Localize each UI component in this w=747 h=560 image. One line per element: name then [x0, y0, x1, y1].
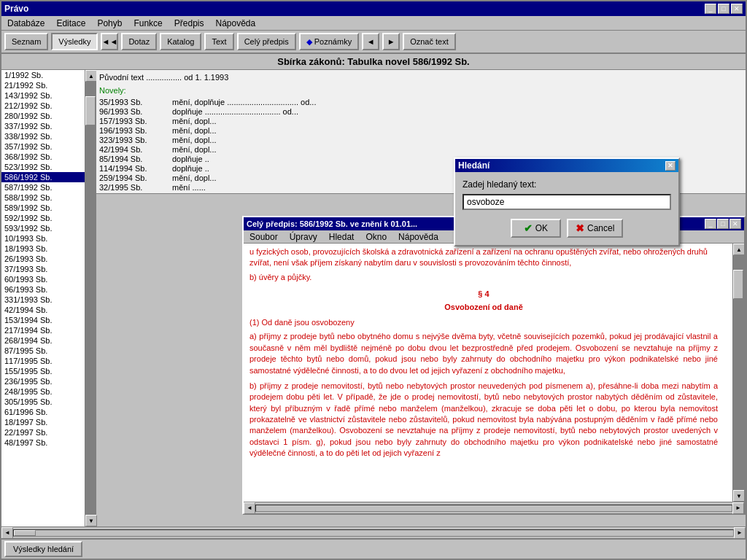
list-item[interactable]: 87/1995 Sb.: [1, 346, 85, 356]
list-item[interactable]: 217/1994 Sb.: [1, 325, 85, 335]
sub-h-scrollbar: ◄ ►: [244, 502, 744, 513]
menu-funkce[interactable]: Funkce: [131, 18, 165, 29]
list-item[interactable]: 368/1992 Sb.: [1, 152, 85, 162]
list-item[interactable]: 153/1994 Sb.: [1, 315, 85, 325]
ok-button[interactable]: ✔ OK: [511, 219, 561, 238]
sub-window: Celý předpis: 586/1992 Sb. ve znění k 01…: [242, 216, 746, 515]
list-item[interactable]: 10/1993 Sb.: [1, 233, 85, 244]
left-list: 1/1992 Sb.21/1992 Sb.143/1992 Sb.212/199…: [1, 70, 85, 526]
vysledky-hledani-button[interactable]: Výsledky hledání: [4, 541, 82, 557]
sub-h-scroll-right[interactable]: ►: [732, 502, 744, 514]
sub-scroll-down[interactable]: ▼: [733, 490, 744, 502]
sub-scroll-up[interactable]: ▲: [733, 244, 744, 255]
close-button[interactable]: ✕: [731, 4, 743, 14]
list-item[interactable]: 18/1997 Sb.: [1, 417, 85, 427]
list-item[interactable]: 338/1992 Sb.: [1, 131, 85, 141]
list-item[interactable]: 280/1992 Sb.: [1, 111, 85, 121]
sub-scroll-track[interactable]: [733, 255, 744, 490]
list-item[interactable]: 60/1993 Sb.: [1, 274, 85, 284]
oznac-text-button[interactable]: Označ text: [403, 33, 456, 50]
menu-editace[interactable]: Editace: [53, 18, 88, 29]
dialog-close-button[interactable]: ✕: [665, 161, 676, 171]
section-title: Osvobození od daně: [249, 302, 718, 313]
list-item[interactable]: 1/1992 Sb.: [1, 70, 85, 80]
dialog-body: Zadej hledaný text: ✔ OK ✖ Cancel: [455, 172, 678, 245]
list-item[interactable]: 37/1993 Sb.: [1, 264, 85, 274]
list-item[interactable]: 143/1992 Sb.: [1, 90, 85, 101]
search-input[interactable]: [462, 194, 671, 210]
sub-title-buttons: _ □ ✕: [705, 219, 741, 229]
para-a: a) příjmy z prodeje bytů nebo obytného d…: [249, 331, 718, 376]
scroll-down-arrow[interactable]: ▼: [85, 515, 97, 526]
cely-predpis-button[interactable]: Celý předpis: [237, 33, 296, 50]
title-bar: Právo _ □ ✕: [1, 1, 746, 16]
list-item[interactable]: 236/1995 Sb.: [1, 376, 85, 386]
list-item[interactable]: 593/1992 Sb.: [1, 223, 85, 233]
list-item[interactable]: 587/1992 Sb.: [1, 182, 85, 192]
h-scroll-right[interactable]: ►: [734, 527, 746, 539]
menu-napoveda[interactable]: Nápověda: [212, 18, 258, 29]
h-scroll-left[interactable]: ◄: [1, 527, 13, 539]
katalog-button[interactable]: Katalog: [160, 33, 201, 50]
window-title: Právo: [4, 4, 28, 14]
list-item[interactable]: 586/1992 Sb.: [1, 172, 85, 182]
list-item[interactable]: 523/1992 Sb.: [1, 162, 85, 172]
poznamky-button[interactable]: ◆ Poznámky: [299, 33, 359, 50]
list-item[interactable]: 589/1992 Sb.: [1, 203, 85, 213]
list-item[interactable]: 42/1994 Sb.: [1, 305, 85, 315]
x-icon: ✖: [576, 222, 584, 234]
dotaz-button[interactable]: Dotaz: [121, 33, 157, 50]
list-item[interactable]: 357/1992 Sb.: [1, 141, 85, 152]
list-item[interactable]: 26/1993 Sb.: [1, 254, 85, 264]
list-item[interactable]: 21/1992 Sb.: [1, 80, 85, 90]
seznam-button[interactable]: Seznam: [4, 33, 48, 50]
sub-minimize-button[interactable]: _: [705, 219, 716, 229]
h-scroll-thumb[interactable]: [14, 530, 36, 536]
list-item[interactable]: 592/1992 Sb.: [1, 213, 85, 223]
menu-pohyb[interactable]: Pohyb: [94, 18, 125, 29]
scroll-thumb[interactable]: [85, 96, 96, 125]
list-item[interactable]: 18/1993 Sb.: [1, 244, 85, 254]
list-item[interactable]: 61/1996 Sb.: [1, 407, 85, 417]
maximize-button[interactable]: □: [718, 4, 729, 14]
list-item[interactable]: 305/1995 Sb.: [1, 397, 85, 407]
cancel-button[interactable]: ✖ Cancel: [567, 219, 623, 238]
list-item[interactable]: 331/1993 Sb.: [1, 295, 85, 305]
nav-left-button[interactable]: ◄: [362, 33, 379, 50]
list-item[interactable]: 588/1992 Sb.: [1, 192, 85, 203]
h-scroll-track[interactable]: [13, 529, 734, 537]
para-b2: b) příjmy z prodeje nemovitostí, bytů ne…: [249, 381, 718, 459]
left-scrollbar: ▲ ▼: [85, 70, 96, 526]
sub-scroll-thumb[interactable]: [733, 270, 743, 299]
list-item[interactable]: 22/1997 Sb.: [1, 427, 85, 438]
back-button[interactable]: ◄◄: [101, 33, 118, 50]
menu-databaze[interactable]: Databáze: [4, 18, 47, 29]
sub-menu-okno[interactable]: Okno: [363, 231, 390, 243]
dialog-title-bar: Hledání ✕: [455, 159, 678, 172]
sub-maximize-button[interactable]: □: [717, 219, 729, 229]
list-item[interactable]: 155/1995 Sb.: [1, 366, 85, 376]
vysledky-button[interactable]: Výsledky: [51, 33, 98, 50]
minimize-button[interactable]: _: [705, 4, 716, 14]
content-area: 1/1992 Sb.21/1992 Sb.143/1992 Sb.212/199…: [1, 70, 746, 526]
sub-menu-hledat[interactable]: Hledat: [326, 231, 357, 243]
sub-h-scroll-track[interactable]: [255, 505, 732, 512]
sub-h-scroll-left[interactable]: ◄: [244, 502, 255, 514]
sub-close-button[interactable]: ✕: [729, 219, 741, 229]
text-button[interactable]: Text: [204, 33, 233, 50]
sub-menu-upravy[interactable]: Úpravy: [287, 231, 320, 243]
scroll-track[interactable]: [85, 82, 96, 515]
nav-right-button[interactable]: ►: [382, 33, 400, 50]
subtitle-text: Sbírka zákonů: Tabulka novel 586/1992 Sb…: [277, 56, 469, 67]
sub-menu-soubor[interactable]: Soubor: [247, 231, 281, 243]
sub-menu-napoveda[interactable]: Nápověda: [395, 231, 441, 243]
list-item[interactable]: 48/1997 Sb.: [1, 438, 85, 448]
list-item[interactable]: 117/1995 Sb.: [1, 356, 85, 366]
list-item[interactable]: 268/1994 Sb.: [1, 335, 85, 346]
menu-predpis[interactable]: Předpis: [171, 18, 207, 29]
list-item[interactable]: 337/1992 Sb.: [1, 121, 85, 131]
list-item[interactable]: 96/1993 Sb.: [1, 284, 85, 295]
list-item[interactable]: 212/1992 Sb.: [1, 101, 85, 111]
list-item[interactable]: 248/1995 Sb.: [1, 386, 85, 397]
scroll-up-arrow[interactable]: ▲: [85, 70, 97, 82]
